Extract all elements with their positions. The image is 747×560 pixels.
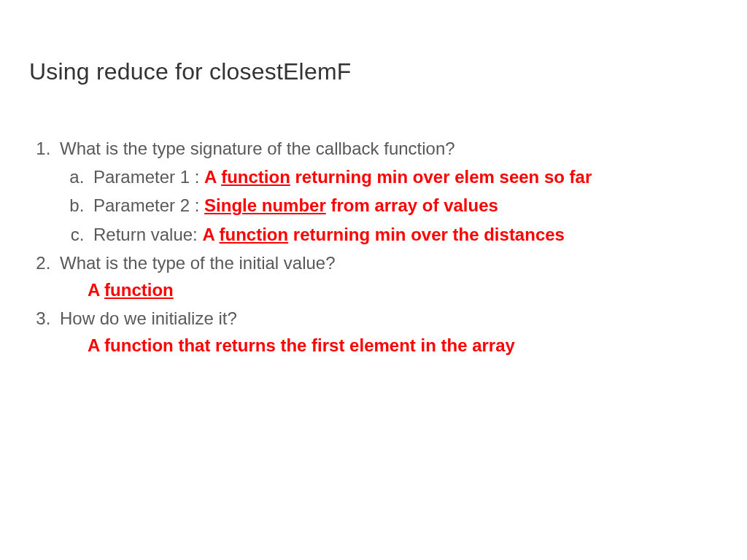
answer-text: A function returning min over elem seen … xyxy=(204,167,592,187)
question-text: What is the type of the initial value? xyxy=(60,253,336,273)
slide: Using reduce for closestElemF What is th… xyxy=(0,0,747,560)
numbered-list: What is the type signature of the callba… xyxy=(31,135,718,359)
list-item-3: How do we initialize it? A function that… xyxy=(55,305,718,359)
sublist-item-a: Parameter 1 : A function returning min o… xyxy=(89,163,718,190)
sublist-item-c: Return value: A function returning min o… xyxy=(89,221,718,248)
answer-text: A function returning min over the distan… xyxy=(202,225,565,244)
sublist-item-b: Parameter 2 : Single number from array o… xyxy=(89,192,718,219)
slide-content: What is the type signature of the callba… xyxy=(31,135,718,361)
question-text: How do we initialize it? xyxy=(60,308,237,328)
param-label: Parameter 1 : xyxy=(93,167,204,187)
answer-text: A function that returns the first elemen… xyxy=(88,332,718,359)
answer-text: Single number from array of values xyxy=(204,195,498,215)
list-item-2: What is the type of the initial value? A… xyxy=(55,249,718,303)
answer-text: A function xyxy=(88,276,718,303)
param-label: Return value: xyxy=(93,225,202,244)
sublist-1: Parameter 1 : A function returning min o… xyxy=(60,163,718,248)
list-item-1: What is the type signature of the callba… xyxy=(55,135,718,248)
slide-title: Using reduce for closestElemF xyxy=(29,58,352,85)
question-text: What is the type signature of the callba… xyxy=(60,139,455,158)
param-label: Parameter 2 : xyxy=(93,195,204,215)
